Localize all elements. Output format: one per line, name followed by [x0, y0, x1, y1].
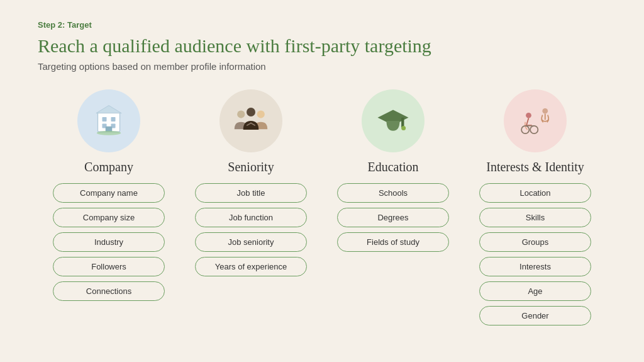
tag-job-function: Job function — [195, 208, 308, 227]
tag-groups: Groups — [479, 232, 592, 252]
interests-icon — [513, 99, 557, 143]
tag-skills: Skills — [479, 208, 592, 227]
svg-point-9 — [237, 110, 245, 118]
step-label: Step 2: Target — [38, 20, 606, 30]
interests-title: Interests & Identity — [486, 160, 584, 174]
svg-point-20 — [530, 126, 538, 133]
subtitle: Targeting options based on member profil… — [38, 61, 606, 72]
tag-fields-of-study: Fields of study — [337, 232, 450, 252]
svg-point-22 — [542, 108, 548, 114]
company-icon — [87, 99, 131, 143]
page: Step 2: Target Reach a qualified audienc… — [0, 0, 644, 362]
column-education: Education Schools Degrees Fields of stud… — [322, 89, 464, 252]
interests-icon-circle — [504, 89, 567, 152]
interests-tag-list: Location Skills Groups Interests Age Gen… — [469, 183, 601, 325]
tag-connections: Connections — [53, 281, 165, 301]
column-company: Company Company name Company size Indust… — [38, 89, 180, 301]
tag-company-size: Company size — [53, 208, 165, 227]
svg-point-8 — [97, 131, 121, 135]
svg-marker-7 — [96, 106, 121, 113]
tag-gender: Gender — [479, 306, 592, 325]
company-tag-list: Company name Company size Industry Follo… — [43, 183, 175, 301]
main-title: Reach a qualified audience with first-pa… — [38, 35, 606, 57]
seniority-icon — [229, 99, 273, 143]
tag-interests: Interests — [479, 257, 592, 276]
education-icon-circle — [362, 89, 425, 152]
svg-rect-2 — [111, 117, 116, 122]
tag-company-name: Company name — [53, 183, 165, 203]
columns-container: Company Company name Company size Indust… — [38, 89, 606, 325]
seniority-tag-list: Job title Job function Job seniority Yea… — [185, 183, 317, 276]
tag-location: Location — [479, 183, 592, 203]
company-icon-circle — [77, 89, 140, 152]
seniority-icon-circle — [219, 89, 282, 152]
education-tag-list: Schools Degrees Fields of study — [327, 183, 459, 252]
company-title: Company — [84, 160, 133, 174]
svg-point-16 — [401, 126, 406, 130]
svg-point-18 — [526, 113, 531, 118]
tag-job-title: Job title — [195, 183, 308, 203]
column-seniority: Seniority Job title Job function Job sen… — [180, 89, 322, 276]
tag-age: Age — [479, 281, 592, 301]
tag-job-seniority: Job seniority — [195, 232, 308, 252]
svg-point-11 — [247, 108, 255, 116]
tag-followers: Followers — [53, 257, 165, 276]
seniority-title: Seniority — [228, 160, 274, 174]
education-title: Education — [367, 160, 418, 174]
tag-degrees: Degrees — [337, 208, 450, 227]
tag-schools: Schools — [337, 183, 450, 203]
column-interests: Interests & Identity Location Skills Gro… — [464, 89, 606, 325]
education-icon — [371, 99, 415, 143]
tag-industry: Industry — [53, 232, 165, 252]
tag-years-experience: Years of experience — [195, 257, 308, 276]
svg-rect-1 — [103, 117, 107, 122]
svg-point-10 — [257, 110, 265, 118]
